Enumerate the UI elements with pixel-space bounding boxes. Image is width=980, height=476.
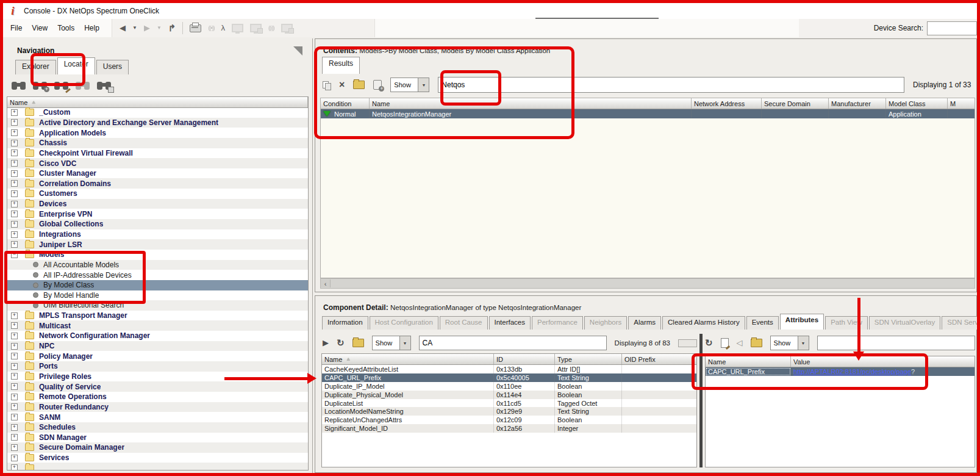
- attribute-row-cachekeyedattributelist[interactable]: CacheKeyedAttributeList0x133dbAttr ID[]: [322, 365, 696, 373]
- paste-add-icon[interactable]: +: [373, 80, 382, 90]
- expand-icon[interactable]: +: [11, 353, 18, 359]
- search-all-icon[interactable]: [76, 81, 90, 90]
- tree-item-active-directory-and-exchange-server-management[interactable]: +Active Directory and Exchange Server Ma…: [7, 118, 308, 128]
- expand-icon[interactable]: +: [11, 221, 18, 228]
- tree-item-item[interactable]: +: [7, 463, 308, 470]
- search-icon[interactable]: [12, 81, 26, 90]
- expand-icon[interactable]: +: [11, 444, 18, 451]
- panel-collapse-icon[interactable]: [293, 46, 302, 56]
- tree-item-sanm[interactable]: +SANM: [7, 412, 308, 422]
- globe-monitor-icon[interactable]: [281, 24, 293, 32]
- topology-icon[interactable]: λ: [221, 23, 226, 34]
- print-icon[interactable]: [190, 24, 201, 32]
- column-header-name[interactable]: Name: [370, 98, 692, 109]
- refresh-icon[interactable]: ↻: [705, 337, 713, 348]
- tree-item-mpls-transport-manager[interactable]: +MPLS Transport Manager: [7, 311, 308, 321]
- tree-item-router-redundancy[interactable]: +Router Redundancy: [7, 402, 308, 413]
- expand-icon[interactable]: +: [11, 231, 18, 238]
- back-history-icon[interactable]: ▼: [132, 23, 137, 34]
- edit-search-icon[interactable]: [54, 81, 68, 90]
- tree-item-enterprise-vpn[interactable]: +Enterprise VPN: [7, 209, 308, 219]
- menu-file[interactable]: File: [5, 21, 27, 35]
- column-header-type[interactable]: Type: [555, 354, 622, 364]
- collapse-icon[interactable]: −: [11, 251, 18, 258]
- expand-icon[interactable]: +: [11, 403, 18, 410]
- tree-item-ports[interactable]: +Ports: [7, 361, 308, 372]
- tree-item-models[interactable]: −Models: [7, 250, 308, 260]
- attribute-row-duplicate-ip-model[interactable]: Duplicate_IP_Model0x110eeBoolean: [322, 382, 696, 391]
- expand-icon[interactable]: +: [11, 383, 18, 390]
- tab-attributes[interactable]: Attributes: [780, 314, 824, 330]
- monitor-icon[interactable]: [232, 24, 243, 32]
- expand-icon[interactable]: +: [11, 170, 18, 177]
- expand-icon[interactable]: +: [11, 363, 18, 370]
- expand-icon[interactable]: +: [11, 434, 18, 441]
- tree-item-by-model-handle[interactable]: By Model Handle: [7, 290, 308, 301]
- column-header-m[interactable]: M: [948, 98, 975, 109]
- tree-item-global-collections[interactable]: +Global Collections: [7, 219, 308, 229]
- tab-information[interactable]: Information: [322, 316, 368, 330]
- tree-item-integrations[interactable]: +Integrations: [7, 229, 308, 240]
- expand-icon[interactable]: +: [11, 211, 18, 217]
- attribute-row-duplicatelist[interactable]: DuplicateList0x11cd5Tagged Octet: [322, 399, 696, 408]
- tree-item-quality-of-service[interactable]: +Quality of Service: [7, 381, 308, 392]
- create-search-icon[interactable]: +: [33, 81, 47, 90]
- expand-icon[interactable]: +: [11, 343, 18, 350]
- export-icon[interactable]: [352, 339, 364, 347]
- tab-cleared-alarms-history[interactable]: Cleared Alarms History: [662, 316, 745, 330]
- column-header-manufacturer[interactable]: Manufacturer: [829, 98, 886, 109]
- attribute-row-replicateunchangedattrs[interactable]: ReplicateUnChangedAttrs0x12c09Boolean: [322, 416, 696, 424]
- back-arrow-icon[interactable]: ◀: [120, 23, 126, 34]
- forward-arrow-icon[interactable]: ▶: [144, 23, 150, 34]
- tab-alarms[interactable]: Alarms: [628, 316, 661, 330]
- expand-icon[interactable]: +: [11, 464, 18, 470]
- attribute-row-significant-model-id[interactable]: Significant_Model_ID0x12a56Integer: [322, 424, 696, 433]
- expand-icon[interactable]: +: [11, 322, 18, 329]
- tab-results[interactable]: Results: [322, 57, 360, 74]
- tree-item-sdn-manager[interactable]: +SDN Manager: [7, 433, 308, 443]
- tab-interfaces[interactable]: Interfaces: [489, 316, 531, 330]
- go-up-icon[interactable]: ↱: [168, 23, 176, 34]
- column-header-name[interactable]: Name▲: [322, 354, 494, 364]
- results-table-header[interactable]: ConditionNameNetwork AddressSecure Domai…: [321, 98, 975, 109]
- results-row[interactable]: NormalNetqosIntegrationManagerApplicatio…: [321, 109, 975, 118]
- copy-search-icon[interactable]: [97, 81, 111, 90]
- broadcast-icon[interactable]: ((•)): [208, 23, 214, 34]
- refresh-icon[interactable]: ↻: [337, 337, 345, 348]
- tree-header[interactable]: Name ▲: [7, 97, 308, 108]
- tree-item-cluster-manager[interactable]: +Cluster Manager: [7, 168, 308, 179]
- tree-item-customers[interactable]: +Customers: [7, 189, 308, 199]
- expand-icon[interactable]: +: [11, 150, 18, 156]
- tree-item-network-configuration-manager[interactable]: +Network Configuration Manager: [7, 331, 308, 341]
- tree-item-remote-operations[interactable]: +Remote Operations: [7, 392, 308, 402]
- values-filter-input[interactable]: [817, 336, 975, 350]
- menu-view[interactable]: View: [27, 21, 52, 35]
- tree-item-devices[interactable]: +Devices: [7, 199, 308, 209]
- expand-icon[interactable]: +: [11, 455, 18, 461]
- tree-item-custom[interactable]: +_Custom: [7, 107, 308, 118]
- forward-history-icon[interactable]: ▼: [157, 23, 162, 34]
- expand-icon[interactable]: +: [11, 394, 18, 400]
- tree-item-all-ip-addressable-devices[interactable]: All IP-Addressable Devices: [7, 270, 308, 280]
- split-pane-divider[interactable]: [699, 334, 703, 467]
- expand-icon[interactable]: +: [11, 129, 18, 136]
- device-search-input[interactable]: [927, 21, 977, 35]
- column-header-secure-domain[interactable]: Secure Domain: [762, 98, 829, 109]
- value-row-capc-url-prefix[interactable]: CAPC_URL_Prefixhttp://APTALR02:8181/pc/d…: [706, 367, 975, 376]
- expand-icon[interactable]: +: [11, 190, 18, 197]
- column-header-id[interactable]: ID: [494, 354, 555, 364]
- column-header-condition[interactable]: Condition: [321, 98, 370, 109]
- tree-item-multicast[interactable]: +Multicast: [7, 320, 308, 331]
- tree-item-cisco-vdc[interactable]: +Cisco VDC: [7, 158, 308, 168]
- column-header-value[interactable]: Value: [791, 356, 975, 367]
- tree-item-secure-domain-manager[interactable]: +Secure Domain Manager: [7, 442, 308, 453]
- export-icon[interactable]: [353, 81, 365, 89]
- tree-item-npc[interactable]: +NPC: [7, 341, 308, 352]
- tree-item-all-accountable-models[interactable]: All Accountable Models: [7, 260, 308, 270]
- expand-icon[interactable]: +: [11, 119, 18, 126]
- attributes-table-header[interactable]: Name▲IDTypeOID Prefix: [322, 354, 696, 365]
- values-table-header[interactable]: NameValue: [706, 356, 975, 367]
- capc-url-link[interactable]: http://APTALR02:8181/pc/desktop/page: [793, 368, 911, 375]
- show-dropdown[interactable]: Show ▼: [372, 336, 411, 350]
- attributes-filter-input[interactable]: [419, 336, 607, 350]
